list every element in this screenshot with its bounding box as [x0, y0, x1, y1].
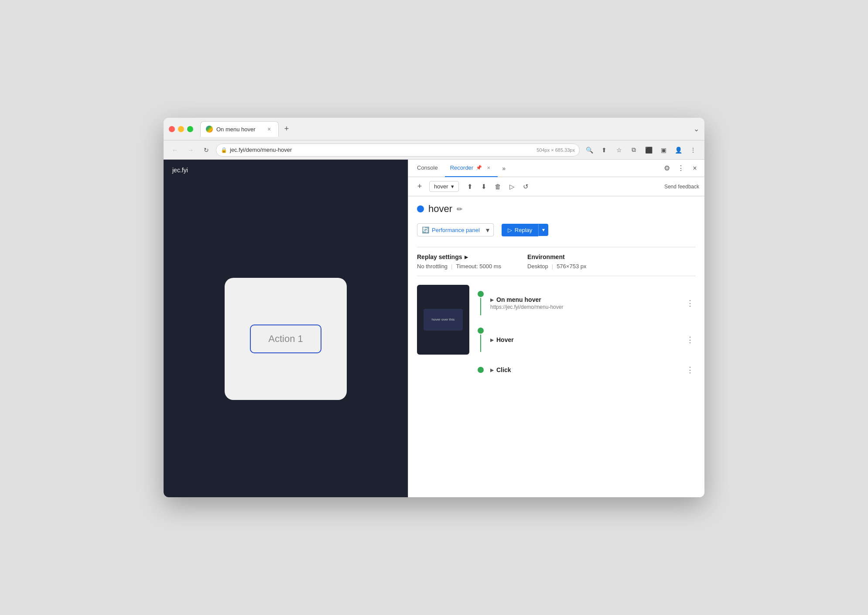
- replay-label: Replay: [515, 227, 532, 233]
- replay-dropdown-button[interactable]: ▾: [538, 224, 548, 236]
- traffic-lights: [169, 126, 193, 132]
- lock-icon: 🔒: [221, 147, 227, 153]
- extension-icon[interactable]: ⧉: [628, 144, 640, 156]
- step-title: ▶ On menu hover: [490, 296, 679, 303]
- performance-panel-button[interactable]: 🔄 Performance panel: [417, 223, 485, 236]
- step-dot-container: [476, 367, 485, 373]
- new-tab-button[interactable]: +: [280, 123, 293, 135]
- recorder-action-buttons: ⬆ ⬇ 🗑 ▷ ↺: [464, 181, 532, 193]
- step-content: ▶ On menu hover https://jec.fyi/demo/men…: [490, 296, 679, 310]
- step-dot: [478, 328, 484, 334]
- step-dot-container: [476, 328, 485, 352]
- close-devtools-button[interactable]: ×: [689, 162, 701, 174]
- no-throttling-label: No throttling: [417, 263, 448, 270]
- console-tab-label: Console: [417, 164, 438, 171]
- replay-settings-arrow: ▶: [465, 255, 468, 260]
- env-divider: |: [552, 263, 553, 270]
- minimize-window-button[interactable]: [178, 126, 184, 132]
- step-content: ▶ Hover: [490, 336, 679, 343]
- recording-indicator: [417, 205, 424, 212]
- upload-button[interactable]: ⬆: [464, 181, 476, 193]
- step-name: Hover: [496, 336, 514, 343]
- tab-close-button[interactable]: ×: [265, 125, 273, 133]
- step-dot: [478, 367, 484, 373]
- recorder-tab-close[interactable]: ×: [485, 164, 492, 172]
- back-button[interactable]: ←: [169, 144, 181, 156]
- replay-settings-label: Replay settings: [417, 253, 462, 260]
- recording-selector-chevron: ▾: [451, 183, 454, 190]
- tab-bar: On menu hover × +: [200, 121, 690, 137]
- add-recording-button[interactable]: +: [413, 181, 426, 193]
- devtools-tabs: Console Recorder 📌 × » ⚙ ⋮ ×: [408, 160, 704, 177]
- performance-panel-group: 🔄 Performance panel ▾: [417, 223, 494, 236]
- replay-main-button[interactable]: ▷ Replay: [502, 224, 538, 236]
- replay-settings-title[interactable]: Replay settings ▶: [417, 253, 501, 260]
- tab-recorder[interactable]: Recorder 📌 ×: [445, 160, 498, 177]
- extension2-icon[interactable]: ⬛: [642, 144, 655, 156]
- perf-panel-icon: 🔄: [422, 226, 429, 233]
- timeout-label: Timeout: 5000 ms: [456, 263, 501, 270]
- step-item[interactable]: ▶ Hover ⋮: [476, 321, 696, 358]
- close-window-button[interactable]: [169, 126, 175, 132]
- more-tabs-button[interactable]: »: [499, 165, 508, 172]
- step-name: Click: [496, 366, 511, 373]
- recorder-pin-icon: 📌: [476, 165, 482, 171]
- more-options-icon[interactable]: ⋮: [687, 144, 699, 156]
- step-expand-icon: ▶: [490, 368, 494, 372]
- step-name: On menu hover: [496, 296, 541, 303]
- step-more-button[interactable]: ⋮: [684, 364, 696, 376]
- loop-button[interactable]: ↺: [520, 181, 532, 193]
- title-bar: On menu hover × + ⌄: [164, 118, 704, 140]
- recorder-toolbar: + hover ▾ ⬆ ⬇ 🗑 ▷ ↺ Send feedback: [408, 177, 704, 196]
- action-button[interactable]: Action 1: [250, 325, 321, 353]
- replay-settings-section: Replay settings ▶ No throttling | Timeou…: [417, 247, 696, 276]
- recorder-tab-label: Recorder: [450, 164, 473, 171]
- browser-window: On menu hover × + ⌄ ← → ↻ 🔒 jec.fyi/demo…: [164, 118, 704, 497]
- tab-console[interactable]: Console: [412, 160, 443, 177]
- tab-favicon: [206, 126, 213, 133]
- refresh-button[interactable]: ↻: [200, 144, 212, 156]
- bookmark-icon[interactable]: ☆: [613, 144, 625, 156]
- url-text: jec.fyi/demo/menu-hover: [230, 147, 534, 153]
- replay-button-group: ▷ Replay ▾: [502, 224, 548, 236]
- recording-selector[interactable]: hover ▾: [429, 181, 459, 192]
- step-item[interactable]: ▶ On menu hover https://jec.fyi/demo/men…: [476, 285, 696, 321]
- environment-value: Desktop: [527, 263, 548, 270]
- address-icons: 🔍 ⬆ ☆ ⧉ ⬛ ▣ 👤 ⋮: [583, 144, 699, 156]
- step-dot-container: [476, 291, 485, 315]
- browser-tab[interactable]: On menu hover ×: [200, 121, 279, 137]
- tab-controls[interactable]: ⌄: [694, 125, 699, 133]
- settings-gear-icon[interactable]: ⚙: [661, 162, 673, 174]
- step-play-button[interactable]: ▷: [506, 181, 518, 193]
- thumbnail-inner: hover over this: [424, 309, 463, 331]
- profile-icon[interactable]: 👤: [672, 144, 684, 156]
- search-icon[interactable]: 🔍: [583, 144, 595, 156]
- chevron-down-icon: ▾: [486, 226, 489, 234]
- sidebar-icon[interactable]: ▣: [657, 144, 670, 156]
- url-bar[interactable]: 🔒 jec.fyi/demo/menu-hover 504px × 685.33…: [216, 144, 580, 157]
- recording-title: hover: [428, 203, 452, 215]
- step-more-button[interactable]: ⋮: [684, 334, 696, 345]
- actions-row: 🔄 Performance panel ▾ ▷ Replay ▾: [417, 223, 696, 236]
- step-title: ▶ Click: [490, 366, 679, 373]
- environment-detail: Desktop | 576×753 px: [527, 263, 586, 270]
- perf-panel-chevron-button[interactable]: ▾: [482, 223, 494, 236]
- edit-recording-name-icon[interactable]: ✏: [457, 205, 462, 213]
- step-line: [480, 298, 481, 315]
- recorder-body: hover ✏ 🔄 Performance panel ▾: [408, 196, 704, 497]
- download-button[interactable]: ⬇: [478, 181, 490, 193]
- maximize-window-button[interactable]: [187, 126, 193, 132]
- send-feedback-link[interactable]: Send feedback: [664, 184, 699, 190]
- delete-recording-button[interactable]: 🗑: [492, 181, 504, 193]
- replay-play-icon: ▷: [508, 227, 512, 233]
- step-more-button[interactable]: ⋮: [684, 297, 696, 309]
- step-title: ▶ Hover: [490, 336, 679, 343]
- white-card: Action 1: [225, 278, 347, 400]
- thumbnail-text: hover over this: [432, 318, 455, 322]
- devtools-more-icon[interactable]: ⋮: [675, 162, 687, 174]
- step-item[interactable]: ▶ Click ⋮: [476, 358, 696, 382]
- share-icon[interactable]: ⬆: [598, 144, 610, 156]
- forward-button[interactable]: →: [185, 144, 197, 156]
- content-area: jec.fyi Action 1 Console Recorder 📌 × »: [164, 160, 704, 497]
- step-content: ▶ Click: [490, 366, 679, 373]
